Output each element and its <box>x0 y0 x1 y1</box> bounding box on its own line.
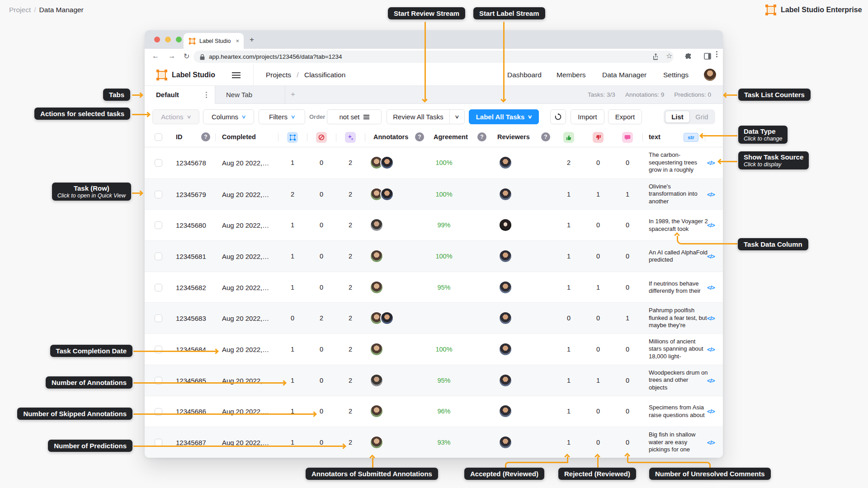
annotator-avatar[interactable] <box>370 281 383 294</box>
table-row[interactable]: 12345687 Aug 20 2022,… 1 0 2 93% 1 0 0 B… <box>145 427 723 458</box>
task-source-icon[interactable]: </> <box>707 377 715 384</box>
annotator-avatar[interactable] <box>499 281 512 294</box>
table-row[interactable]: 12345685 Aug 20 2022,… 1 0 2 95% 1 1 0 W… <box>145 365 723 396</box>
annotators-cell[interactable] <box>370 374 383 387</box>
nav-settings[interactable]: Settings <box>663 71 689 79</box>
col-completed[interactable]: Completed <box>222 133 256 141</box>
refresh-button[interactable] <box>550 109 566 124</box>
url-input[interactable]: app.heartex.com/projects/123456/data?tab… <box>193 51 674 63</box>
nav-dashboard[interactable]: Dashboard <box>507 71 542 79</box>
row-checkbox[interactable] <box>155 284 162 291</box>
annotators-cell[interactable] <box>370 188 394 201</box>
reviewers-cell[interactable] <box>499 311 512 325</box>
accepted-thumb-up-icon[interactable] <box>563 132 574 143</box>
reviewers-cell[interactable] <box>499 374 512 387</box>
row-checkbox[interactable] <box>155 346 162 353</box>
annotator-avatar[interactable] <box>499 156 512 169</box>
reviewers-cell[interactable] <box>499 188 512 201</box>
col-reviewers[interactable]: Reviewers <box>497 133 530 141</box>
import-button[interactable]: Import <box>571 109 604 124</box>
row-checkbox[interactable] <box>155 221 162 229</box>
minimize-window-icon[interactable] <box>165 37 171 42</box>
table-row[interactable]: 12345683 Aug 20 2022,… 0 2 2 0 0 1 Pahru… <box>145 302 723 333</box>
label-all-tasks-button[interactable]: Label All Tasks∨ <box>469 109 539 124</box>
bookmark-star-icon[interactable]: ☆ <box>666 52 672 60</box>
review-all-tasks-button[interactable]: Review All Tasks ∨ <box>387 109 465 124</box>
task-text[interactable]: Pahrump poolfish flunked a fear test, bu… <box>649 307 708 330</box>
annotator-avatar[interactable] <box>370 404 383 418</box>
annotator-avatar[interactable] <box>380 156 394 169</box>
task-text[interactable]: In 1989, the Voyager 2 spacecraft took <box>649 218 708 233</box>
breadcrumb-projects[interactable]: Projects <box>266 71 291 79</box>
tab-close-icon[interactable]: × <box>236 38 239 44</box>
task-text[interactable]: Woodpeckers drum on trees and other obje… <box>649 369 708 392</box>
reviewers-cell[interactable] <box>499 156 512 169</box>
maximize-window-icon[interactable] <box>176 37 182 42</box>
annotator-avatar[interactable] <box>499 374 512 387</box>
reload-icon[interactable]: ↻ <box>184 52 189 61</box>
reviewers-cell[interactable] <box>499 436 512 449</box>
annotators-cell[interactable] <box>370 343 383 356</box>
row-checkbox[interactable] <box>155 159 162 167</box>
side-panel-icon[interactable] <box>704 53 711 61</box>
task-source-icon[interactable]: </> <box>707 284 715 291</box>
annotators-cell[interactable] <box>370 404 383 418</box>
col-id[interactable]: ID <box>176 133 183 141</box>
extension-puzzle-icon[interactable] <box>685 53 692 62</box>
table-row[interactable]: 12345686 Aug 20 2022,… 1 0 2 96% 1 0 0 S… <box>145 396 723 427</box>
user-avatar[interactable] <box>704 69 716 81</box>
col-text[interactable]: text <box>649 133 660 141</box>
reviewers-cell[interactable] <box>499 218 512 232</box>
table-row[interactable]: 12345678 Aug 20 2022,… 1 0 2 100% 2 0 0 … <box>145 147 723 178</box>
annotators-cell[interactable] <box>370 281 383 294</box>
row-checkbox[interactable] <box>155 253 162 260</box>
browser-tab[interactable]: Label Studio × <box>184 33 244 49</box>
annotator-avatar[interactable] <box>380 311 394 325</box>
browser-menu-dots-icon[interactable] <box>716 51 717 52</box>
forward-icon[interactable]: → <box>168 52 175 60</box>
task-source-icon[interactable]: </> <box>707 191 715 197</box>
annotation-count-icon[interactable] <box>287 132 298 143</box>
table-row[interactable]: 12345684 Aug 20 2022,… 1 0 2 100% 1 0 0 … <box>145 333 723 365</box>
table-row[interactable]: 12345682 Aug 20 2022,… 1 0 2 95% 1 1 0 I… <box>145 272 723 303</box>
columns-button[interactable]: Columns∨ <box>203 109 254 124</box>
new-browser-tab-icon[interactable]: + <box>250 35 254 44</box>
task-source-icon[interactable]: </> <box>707 160 715 166</box>
annotator-avatar[interactable] <box>499 311 512 325</box>
annotator-avatar[interactable] <box>370 343 383 356</box>
annotator-avatar[interactable] <box>380 188 394 201</box>
annotator-avatar[interactable] <box>499 188 512 201</box>
reviewers-help-icon[interactable]: ? <box>541 132 550 141</box>
tab-new-tab[interactable]: New Tab <box>226 91 252 99</box>
table-row[interactable]: 12345679 Aug 20 2022,… 2 0 2 100% 1 1 1 … <box>145 178 723 210</box>
annotator-avatar[interactable] <box>499 249 512 263</box>
annotator-avatar[interactable] <box>499 343 512 356</box>
hamburger-menu-icon[interactable] <box>232 72 241 73</box>
annotator-avatar[interactable] <box>499 404 512 418</box>
annotator-avatar[interactable] <box>370 436 383 449</box>
grid-view-button[interactable]: Grid <box>690 113 714 121</box>
col-annotators[interactable]: Annotators <box>373 133 408 141</box>
task-source-icon[interactable]: </> <box>707 222 715 229</box>
annotators-cell[interactable] <box>370 156 394 169</box>
actions-button[interactable]: Actions∨ <box>152 109 199 124</box>
order-button[interactable]: not set <box>327 109 382 124</box>
share-icon[interactable] <box>652 53 659 62</box>
predictions-icon[interactable] <box>345 132 356 143</box>
reviewers-cell[interactable] <box>499 249 512 263</box>
task-source-icon[interactable]: </> <box>707 315 715 322</box>
nav-members[interactable]: Members <box>557 71 586 79</box>
table-row[interactable]: 12345680 Aug 20 2022,… 1 0 2 99% 1 0 0 I… <box>145 209 723 240</box>
tab-default[interactable]: Default <box>145 86 215 104</box>
task-text[interactable]: Big fish in shallow water are easy picki… <box>649 431 708 454</box>
close-window-icon[interactable] <box>154 37 160 42</box>
row-checkbox[interactable] <box>155 191 162 198</box>
annotator-avatar[interactable] <box>499 218 512 232</box>
task-text[interactable]: Specimens from Asia raise questions abou… <box>649 404 708 419</box>
task-source-icon[interactable]: </> <box>707 346 715 352</box>
annotators-cell[interactable] <box>370 436 383 449</box>
app-logo[interactable]: Label Studio <box>156 70 215 80</box>
agreement-help-icon[interactable]: ? <box>477 132 486 141</box>
task-text[interactable]: If neutrinos behave differently from the… <box>649 280 708 295</box>
annotator-avatar[interactable] <box>499 436 512 449</box>
